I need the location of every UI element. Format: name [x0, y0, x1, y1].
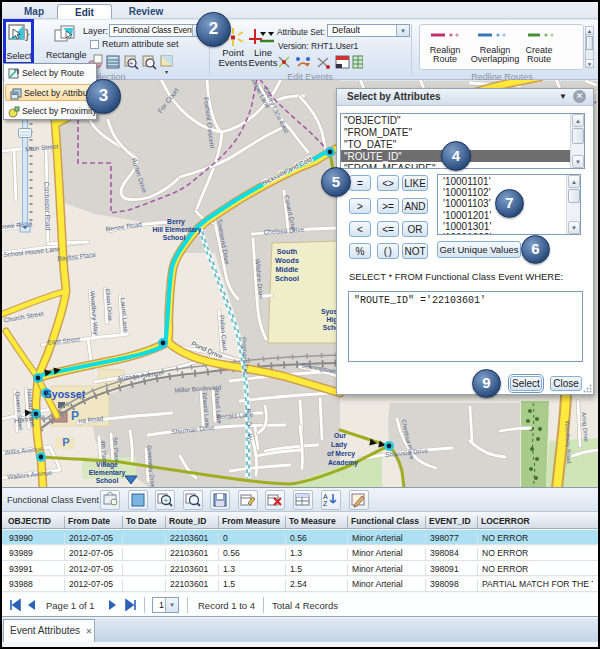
svg-text:Berry: Berry	[167, 218, 185, 226]
svg-text:School: School	[96, 477, 119, 484]
svg-text:Our: Our	[334, 432, 346, 439]
svg-text:+: +	[129, 60, 133, 67]
svg-text:}: }	[25, 26, 30, 41]
svg-text:Woods: Woods	[275, 256, 299, 265]
svg-text:Hill Elementary: Hill Elementary	[152, 226, 201, 234]
svg-text:P: P	[71, 409, 79, 423]
svg-text:South: South	[277, 247, 297, 256]
svg-text:P: P	[62, 436, 69, 448]
svg-text:Elementary: Elementary	[89, 469, 126, 477]
svg-text:of Mercy: of Mercy	[327, 450, 355, 458]
svg-text:School: School	[163, 234, 186, 241]
svg-text:School: School	[275, 274, 299, 283]
svg-text:Middle: Middle	[276, 265, 299, 274]
svg-text:Lady: Lady	[331, 441, 347, 449]
svg-text:Z: Z	[323, 500, 328, 507]
svg-text:Academy: Academy	[328, 459, 358, 467]
svg-text:+: +	[164, 496, 169, 505]
svg-text:A: A	[323, 493, 328, 500]
svg-text:Village: Village	[96, 461, 118, 469]
svg-text:Syosset: Syosset	[45, 388, 86, 400]
